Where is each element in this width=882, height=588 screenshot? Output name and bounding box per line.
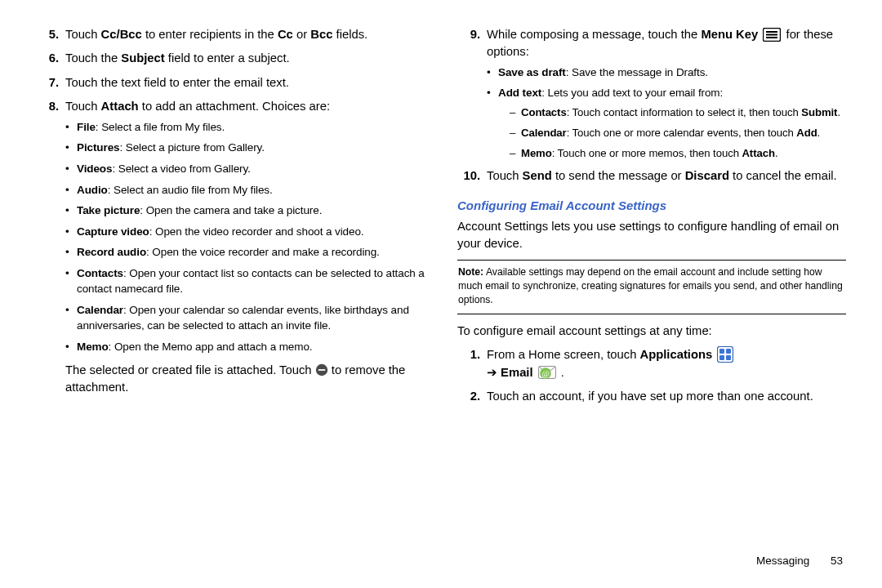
steps-right-a: While composing a message, touch the Men…: [457, 26, 846, 185]
note-block: Note: Available settings may depend on t…: [457, 265, 846, 307]
arrow: ➔: [487, 366, 497, 379]
t: Touch the: [65, 51, 121, 65]
t: Touch the text field to enter the email …: [65, 76, 289, 89]
rule-bottom: [457, 314, 846, 314]
attach-item: Pictures: Select a picture from Gallery.: [65, 140, 425, 156]
addtext-sublist: Contacts: Touch contact information to s…: [498, 105, 846, 161]
config-lead: To configure email account settings at a…: [457, 323, 846, 340]
svg-rect-1: [318, 369, 325, 371]
manual-page: Touch Cc/Bcc to enter recipients in the …: [0, 0, 882, 588]
svg-rect-4: [766, 34, 777, 36]
sub-item: Contacts: Touch contact information to s…: [510, 105, 846, 120]
t: While composing a message, touch the: [487, 28, 701, 41]
step-5: Touch Cc/Bcc to enter recipients in the …: [36, 26, 425, 43]
page-footer: Messaging 53: [756, 555, 843, 567]
svg-text:@: @: [541, 368, 549, 377]
t: Touch: [65, 100, 101, 113]
t: From a Home screen, touch: [487, 348, 640, 361]
b: Attach: [101, 100, 139, 113]
menu-item: Add text: Lets you add text to your emai…: [487, 85, 846, 161]
email-icon: @: [538, 366, 556, 381]
b: Bcc: [310, 28, 332, 41]
t: or: [293, 28, 310, 41]
attach-item: Capture video: Open the video recorder a…: [65, 224, 425, 240]
attach-item: File: Select a file from My files.: [65, 119, 425, 136]
b: Subject: [121, 51, 164, 65]
t: to send the message or: [552, 169, 685, 182]
attach-item: Record audio: Open the voice recorder an…: [65, 244, 425, 261]
t: field to enter a subject.: [165, 51, 290, 65]
rule-top: [457, 260, 846, 261]
after-attach-note: The selected or created file is attached…: [65, 362, 425, 397]
step-9: While composing a message, touch the Men…: [457, 26, 846, 161]
right-column: While composing a message, touch the Men…: [448, 26, 846, 572]
remove-icon: [315, 363, 328, 376]
b: Cc/Bcc: [101, 28, 142, 41]
t: Touch: [487, 169, 523, 182]
sub-item: Calendar: Touch one or more calendar eve…: [510, 125, 846, 140]
b: Discard: [685, 169, 729, 182]
menu-key-icon: [763, 28, 781, 42]
step-7: Touch the text field to enter the email …: [36, 74, 425, 91]
t: The selected or created file is attached…: [65, 363, 315, 376]
svg-rect-8: [726, 349, 731, 354]
cfg-step-1: From a Home screen, touch Applications ➔…: [457, 346, 846, 381]
footer-page: 53: [831, 555, 843, 567]
attach-item: Take picture: Open the camera and take a…: [65, 203, 425, 219]
t: Touch: [65, 28, 101, 41]
section-intro: Account Settings lets you use settings t…: [457, 218, 846, 253]
step-10: Touch Send to send the message or Discar…: [457, 167, 846, 185]
applications-icon: [717, 346, 733, 363]
cfg-step-2: Touch an account, if you have set up mor…: [457, 388, 846, 405]
section-heading: Configuring Email Account Settings: [457, 197, 846, 215]
attach-options: File: Select a file from My files. Pictu…: [65, 119, 425, 355]
b: Applications: [640, 348, 713, 361]
t: to cancel the email.: [729, 169, 837, 182]
step-6: Touch the Subject field to enter a subje…: [36, 50, 425, 67]
svg-rect-9: [719, 355, 724, 360]
t: to add an attachment. Choices are:: [139, 100, 330, 113]
steps-left: Touch Cc/Bcc to enter recipients in the …: [36, 26, 425, 355]
menu-options: Save as draft: Save the message in Draft…: [487, 65, 846, 162]
b: Email: [497, 366, 533, 379]
note-label: Note:: [458, 266, 483, 278]
t: .: [561, 366, 564, 379]
sub-item: Memo: Touch one or more memos, then touc…: [510, 145, 846, 161]
attach-item: Contacts: Open your contact list so cont…: [65, 265, 425, 297]
left-column: Touch Cc/Bcc to enter recipients in the …: [36, 26, 448, 572]
attach-item: Calendar: Open your calendar so calendar…: [65, 302, 425, 334]
step-8: Touch Attach to add an attachment. Choic…: [36, 98, 425, 354]
svg-rect-10: [726, 355, 731, 360]
footer-section: Messaging: [756, 555, 809, 567]
attach-item: Memo: Open the Memo app and attach a mem…: [65, 339, 425, 355]
attach-item: Videos: Select a video from Gallery.: [65, 161, 425, 177]
b: Cc: [278, 28, 293, 41]
t: fields.: [332, 28, 368, 41]
menu-item: Save as draft: Save the message in Draft…: [487, 65, 846, 81]
t: to enter recipients in the: [142, 28, 278, 41]
svg-rect-3: [766, 31, 777, 33]
t: Touch an account, if you have set up mor…: [487, 390, 813, 403]
svg-rect-5: [766, 37, 777, 38]
attach-item: Audio: Select an audio file from My file…: [65, 182, 425, 198]
config-steps: From a Home screen, touch Applications ➔…: [457, 346, 846, 405]
b: Menu Key: [701, 28, 758, 41]
note-body: Available settings may depend on the ema…: [458, 266, 843, 305]
b: Send: [523, 169, 552, 182]
svg-rect-7: [719, 349, 724, 354]
